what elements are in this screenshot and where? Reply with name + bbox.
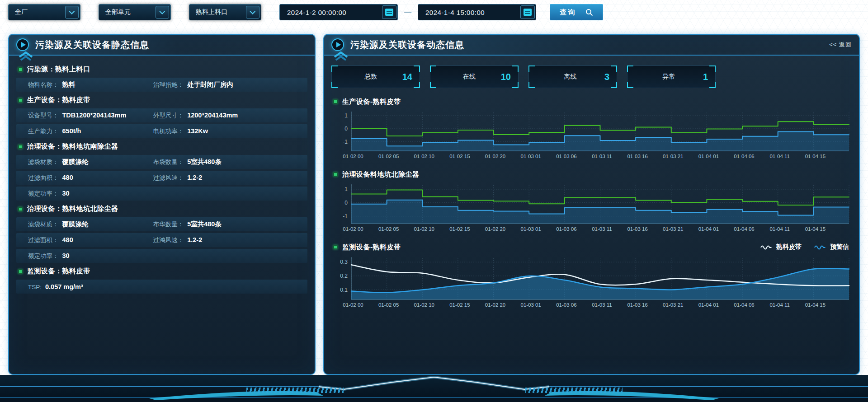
dynamic-panel-title: 污染源及关联设备动态信息: [350, 39, 464, 51]
legend-label: 熟料皮带: [776, 243, 802, 251]
svg-text:01-02 00: 01-02 00: [343, 302, 363, 308]
svg-text:01-02 10: 01-02 10: [414, 226, 434, 232]
svg-text:01-04 11: 01-04 11: [769, 302, 790, 308]
info-cell: 布华数量：5室共480条: [153, 220, 307, 229]
info-cell: 额定功率：30: [16, 252, 153, 260]
field-value: 熟料: [62, 80, 75, 89]
stat-box-1[interactable]: 在线10: [430, 65, 519, 88]
field-label: TSP:: [28, 284, 42, 290]
field-value: 5室共480条: [187, 158, 222, 166]
play-icon: [331, 38, 344, 51]
svg-text:01-03 16: 01-03 16: [627, 302, 647, 308]
green-square-icon: [333, 172, 338, 177]
info-cell: 过滤面积：480: [16, 174, 153, 182]
stat-value: 10: [501, 72, 511, 82]
calendar-icon[interactable]: [382, 5, 396, 19]
date-from-input[interactable]: 2024-1-2 00:00:00: [279, 4, 398, 20]
query-button-label: 查询: [560, 8, 576, 17]
field-value: 处于封闭厂房内: [187, 80, 233, 89]
hatch-stripes-right: [525, 388, 623, 393]
legend-label: 预警信: [830, 243, 849, 251]
info-cell: 过滤面积：480: [16, 236, 153, 244]
field-label: 治理措施：: [153, 81, 184, 89]
field-value: 30: [62, 252, 70, 259]
info-row: 生产能力：650t/h电机功率：132Kw: [16, 124, 307, 138]
svg-text:01-03 21: 01-03 21: [663, 302, 683, 308]
svg-text:01-04 15: 01-04 15: [805, 302, 826, 308]
source-select[interactable]: 熟料上料口: [189, 4, 261, 20]
static-panel-header: 污染源及关联设备静态信息: [9, 35, 315, 56]
svg-text:01-02 15: 01-02 15: [449, 154, 470, 159]
unit-select-value: 全部单元: [99, 8, 156, 16]
field-value: 480: [62, 236, 73, 243]
chart-2-title: 治理设备料地坑北除尘器: [342, 170, 420, 179]
stat-label: 异常: [662, 73, 675, 81]
stat-box-3[interactable]: 异常1: [627, 65, 716, 88]
footer-lines-icon: [0, 375, 868, 402]
date-to-input[interactable]: 2024-1-4 15:00:00: [418, 4, 536, 20]
svg-text:01-04 01: 01-04 01: [698, 302, 719, 308]
svg-text:01-02 10: 01-02 10: [414, 302, 434, 308]
chart-1-title: 生产设备-熟料皮带: [342, 98, 401, 106]
svg-text:01-04 06: 01-04 06: [734, 302, 754, 308]
field-label: 电机功率：: [153, 127, 184, 136]
info-cell: 电机功率：132Kw: [153, 127, 307, 136]
svg-text:01-02 20: 01-02 20: [485, 226, 505, 232]
svg-text:01-03 11: 01-03 11: [592, 226, 612, 232]
stat-box-2[interactable]: 离线3: [528, 65, 617, 88]
svg-text:01-03 16: 01-03 16: [627, 226, 647, 232]
field-label: 额定功率：: [28, 252, 59, 260]
info-row: 物料名称：熟料治理措施：处于封闭厂房内: [16, 78, 307, 92]
green-square-icon: [333, 245, 338, 249]
stat-value: 1: [703, 72, 708, 82]
svg-text:01-03 06: 01-03 06: [556, 154, 576, 159]
info-cell: 滤袋材质：覆膜涤纶: [16, 220, 153, 229]
wave-line-icon: [814, 244, 826, 250]
dynamic-panel-body: 总数14在线10离线3异常1 生产设备-熟料皮带 10-101-02 0001-…: [324, 56, 859, 309]
svg-text:01-03 01: 01-03 01: [521, 154, 541, 159]
section-header: 治理设备：熟料地坑南除尘器: [16, 140, 307, 153]
field-label: 过滤面积：: [28, 174, 59, 182]
info-cell: 滤袋材质：覆膜涤纶: [16, 158, 153, 166]
svg-text:0.1: 0.1: [340, 287, 348, 293]
info-row: 过滤面积：480过滤风速：1.2-2: [16, 171, 307, 185]
info-row: 滤袋材质：覆膜涤纶布袋数量：5室共480条: [16, 155, 307, 169]
plant-select[interactable]: 全厂: [8, 4, 80, 20]
svg-text:01-02 10: 01-02 10: [414, 154, 434, 159]
wave-line-icon: [760, 244, 772, 250]
section-title: 生产设备：熟料皮带: [27, 96, 90, 104]
section-title: 污染源：熟料上料口: [27, 65, 90, 74]
field-value: 覆膜涤纶: [62, 220, 89, 229]
svg-text:01-02 00: 01-02 00: [343, 154, 363, 159]
unit-select[interactable]: 全部单元: [99, 4, 171, 20]
field-value: 1.2-2: [187, 236, 202, 243]
section-header: 生产设备：熟料皮带: [16, 93, 307, 107]
field-value: 1200*204143mm: [187, 112, 238, 119]
chart-2-svg: 10-101-02 0001-02 0501-02 1001-02 1501-0…: [331, 182, 854, 234]
svg-text:01-02 15: 01-02 15: [449, 226, 470, 232]
svg-text:01-03 01: 01-03 01: [521, 226, 541, 232]
svg-text:01-03 06: 01-03 06: [556, 302, 576, 308]
stat-box-0[interactable]: 总数14: [331, 65, 420, 88]
legend-item-material-belt[interactable]: 熟料皮带: [760, 243, 802, 251]
back-button[interactable]: << 返回: [829, 41, 852, 49]
info-cell: 额定功率：30: [16, 190, 153, 198]
field-value: TDB1200*204143mm: [62, 112, 127, 119]
svg-text:01-03 01: 01-03 01: [521, 302, 541, 308]
dynamic-info-panel: 污染源及关联设备动态信息 << 返回 总数14在线10离线3异常1 生产设备-熟…: [323, 34, 860, 375]
info-row: 额定功率：30: [16, 249, 307, 263]
svg-text:1: 1: [344, 112, 348, 119]
static-panel-title: 污染源及关联设备静态信息: [35, 39, 149, 51]
field-label: 布袋数量：: [153, 158, 184, 166]
play-icon: [16, 38, 29, 51]
info-cell: 过鸿风速：1.2-2: [153, 236, 307, 244]
calendar-icon[interactable]: [520, 5, 535, 19]
legend-item-warning[interactable]: 预警信: [814, 243, 849, 251]
info-cell: 生产能力：650t/h: [16, 127, 153, 136]
svg-text:01-04 01: 01-04 01: [698, 154, 719, 159]
chart-3-title: 监测设备-熟料皮带: [342, 243, 401, 252]
query-button[interactable]: 查询: [550, 4, 603, 20]
stat-label: 总数: [364, 73, 377, 81]
chart-3-legend: 熟料皮带 预警信: [760, 243, 852, 251]
chevron-up-decoration-icon: [333, 51, 349, 61]
